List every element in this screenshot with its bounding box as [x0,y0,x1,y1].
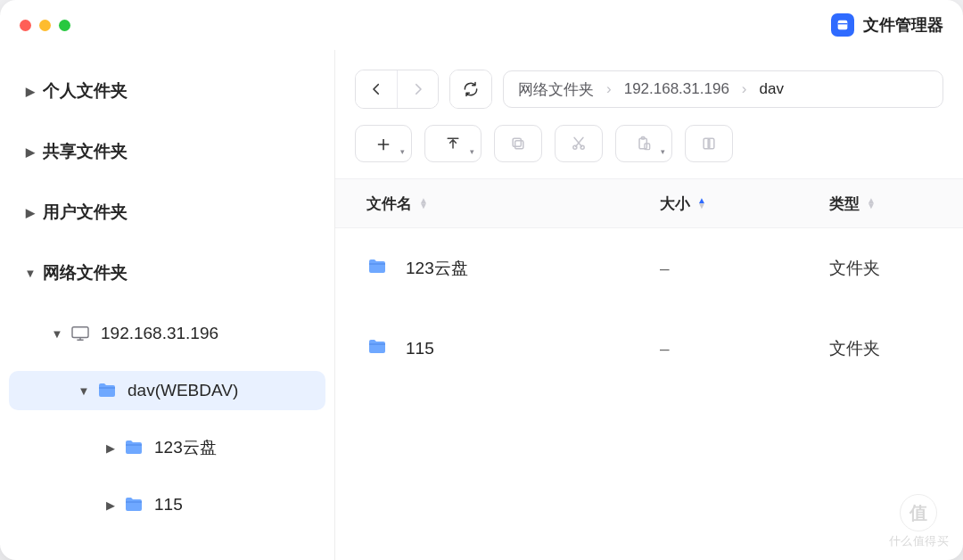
folder-icon [96,380,118,401]
sidebar-child-label: 115 [154,495,325,515]
column-header-type[interactable]: 类型 ▲▼ [829,194,963,214]
chevron-right-icon: › [606,80,612,98]
sidebar-item-shared[interactable]: ▶ 共享文件夹 [9,132,325,171]
close-window-button[interactable] [20,20,31,31]
copy-button[interactable] [494,125,542,162]
column-header-label: 文件名 [366,194,412,214]
caret-right-icon: ▶ [18,145,43,159]
app-title-text: 文件管理器 [863,14,943,36]
sidebar-item-users[interactable]: ▶ 用户文件夹 [9,193,325,232]
column-header-label: 大小 [660,194,690,214]
forward-button[interactable] [397,70,438,108]
folder-icon [123,437,144,458]
watermark: 值 什么值得买 [889,494,950,549]
sidebar: ▶ 个人文件夹 ▶ 共享文件夹 ▶ 用户文件夹 ▼ 网络文件夹 ▼ [0,50,335,560]
file-type: 文件夹 [829,337,880,360]
caret-down-icon: ▼ [45,327,70,341]
caret-right-icon: ▶ [98,441,123,455]
upload-button[interactable]: ▾ [424,125,482,162]
svg-rect-1 [72,327,88,338]
caret-right-icon: ▶ [18,85,43,98]
app-window: 文件管理器 ▶ 个人文件夹 ▶ 共享文件夹 ▶ 用户文件夹 ▼ [0,0,963,560]
nav-toolbar: 网络文件夹 › 192.168.31.196 › dav [335,70,963,125]
sidebar-item-label: 个人文件夹 [43,79,325,103]
sidebar-child-item[interactable]: ▶ 123云盘 [9,428,325,467]
column-header-size[interactable]: 大小 ▲▼ [660,194,829,214]
sidebar-item-label: 用户文件夹 [43,201,325,224]
caret-right-icon: ▶ [18,206,43,219]
plus-icon: ＋ [373,129,394,158]
file-list: 123云盘 – 文件夹 115 – 文件夹 [335,228,963,560]
sort-icon: ▲▼ [419,198,428,209]
chevron-right-icon: › [742,80,747,98]
back-button[interactable] [356,70,397,108]
breadcrumb-segment-current: dav [760,80,784,98]
cut-button[interactable] [555,125,603,162]
action-toolbar: ＋ ▾ ▾ ▾ [335,125,963,178]
column-header-name[interactable]: 文件名 ▲▼ [335,194,660,214]
app-title: 文件管理器 [831,13,943,37]
refresh-group [449,70,492,109]
titlebar: 文件管理器 [0,0,963,50]
window-controls [20,20,70,31]
folder-icon [366,336,391,361]
main-panel: 网络文件夹 › 192.168.31.196 › dav ＋ ▾ ▾ [335,50,963,560]
minimize-window-button[interactable] [39,20,51,31]
app-icon [831,13,854,37]
breadcrumb-segment[interactable]: 网络文件夹 [518,79,594,100]
file-type: 文件夹 [829,257,880,280]
new-button[interactable]: ＋ ▾ [355,125,412,162]
caret-down-icon: ▼ [71,384,96,398]
sort-icon: ▲▼ [867,198,876,209]
file-size: – [660,259,670,278]
sidebar-webdav-label: dav(WEBDAV) [128,381,325,400]
svg-rect-3 [513,138,521,146]
sidebar-host-item[interactable]: ▼ 192.168.31.196 [9,314,325,353]
sidebar-child-item[interactable]: ▶ 115 [9,485,325,524]
caret-right-icon: ▶ [98,498,123,512]
table-row[interactable]: 115 – 文件夹 [335,309,963,389]
folder-icon [123,494,144,515]
chevron-down-icon: ▾ [400,147,405,156]
sidebar-item-label: 共享文件夹 [43,140,325,163]
file-name: 123云盘 [406,257,468,280]
sidebar-webdav-item[interactable]: ▼ dav(WEBDAV) [9,371,325,410]
computer-icon [70,323,91,344]
sidebar-host-label: 192.168.31.196 [101,324,325,343]
table-header: 文件名 ▲▼ 大小 ▲▼ 类型 ▲▼ [335,178,963,228]
file-size: – [660,339,670,358]
sidebar-child-label: 123云盘 [154,436,325,459]
chevron-down-icon: ▾ [470,147,474,156]
caret-down-icon: ▼ [18,267,43,280]
watermark-text: 什么值得买 [889,533,950,549]
duplicate-button[interactable] [685,125,733,162]
sort-icon: ▲▼ [697,198,706,209]
svg-rect-2 [515,141,523,149]
maximize-window-button[interactable] [59,20,70,31]
watermark-badge: 值 [900,494,937,531]
folder-icon [366,256,391,281]
sidebar-item-label: 网络文件夹 [43,261,325,284]
svg-rect-0 [838,21,848,30]
table-row[interactable]: 123云盘 – 文件夹 [335,228,963,309]
refresh-button[interactable] [450,70,491,108]
breadcrumb[interactable]: 网络文件夹 › 192.168.31.196 › dav [503,70,943,108]
paste-button[interactable]: ▾ [615,125,672,162]
column-header-label: 类型 [829,194,860,214]
sidebar-item-network[interactable]: ▼ 网络文件夹 [9,253,325,292]
breadcrumb-segment[interactable]: 192.168.31.196 [624,80,729,98]
sidebar-item-personal[interactable]: ▶ 个人文件夹 [9,71,325,111]
nav-history-group [355,70,439,109]
file-name: 115 [406,339,434,358]
chevron-down-icon: ▾ [661,147,665,156]
